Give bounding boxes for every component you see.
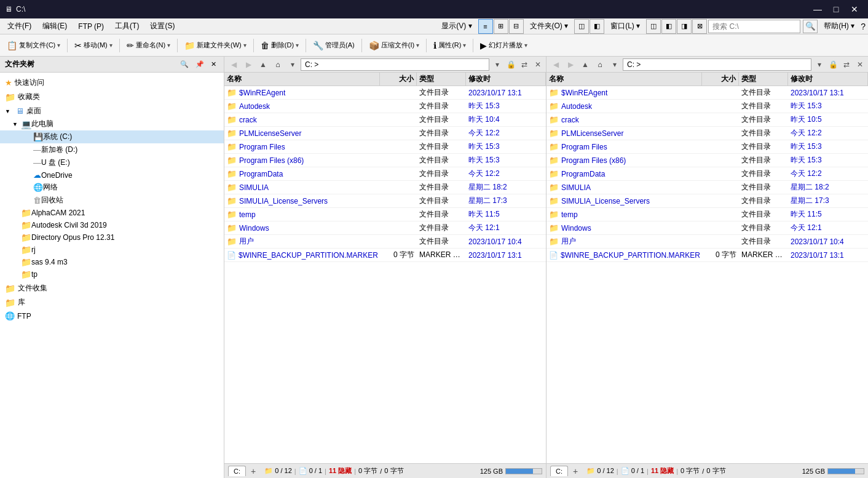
left-col-type[interactable]: 类型 [417,73,466,86]
sidebar-item-file-collection[interactable]: 📁 文件收集 [0,281,224,295]
right-col-name[interactable]: 名称 [546,73,702,86]
win-nav-1[interactable]: ◫ [646,19,661,34]
table-row[interactable]: 📁 temp 文件目录 昨天 11:5 [546,208,868,221]
right-col-size[interactable]: 大小 [702,73,739,86]
search-input[interactable] [708,20,800,33]
left-back-button[interactable]: ◀ [227,58,240,71]
close-button[interactable]: ✕ [846,1,863,18]
table-row[interactable]: 📄 $WINRE_BACKUP_PARTITION.MARKER 0 字节 MA… [546,249,868,262]
table-row[interactable]: 📁 $WinREAgent 文件目录 2023/10/17 13:1 [224,86,546,100]
minimize-button[interactable]: — [809,1,826,18]
right-col-type[interactable]: 类型 [739,73,788,86]
right-close-button[interactable]: ✕ [854,59,866,70]
sidebar-item-desktop[interactable]: ▼ 🖥 桌面 [0,103,224,118]
menu-folder[interactable]: 文件夹(O) ▾ [525,20,574,33]
table-row[interactable]: 📁 ProgramData 文件目录 今天 12:2 [224,167,546,181]
left-col-name[interactable]: 名称 [224,73,380,86]
right-path-dropdown[interactable]: ▾ [813,58,826,71]
view-icons-button[interactable]: ⊟ [509,19,524,34]
right-swap-btn[interactable]: ⇄ [840,58,853,71]
table-row[interactable]: 📁 $WinREAgent 文件目录 2023/10/17 13:1 [546,86,868,100]
table-row[interactable]: 📁 ProgramData 文件目录 今天 12:2 [546,167,868,181]
sidebar-item-c-drive[interactable]: 💾 系统 (C:) [0,130,224,143]
maximize-button[interactable]: □ [827,1,845,18]
table-row[interactable]: 📁 Windows 文件目录 今天 12:1 [546,221,868,235]
menu-ftp[interactable]: FTP (P) [73,21,109,32]
rename-button[interactable]: ✏ 重命名(N) ▾ [122,38,175,53]
right-up-button[interactable]: ▲ [578,58,592,71]
menu-window[interactable]: 窗口(L) ▾ [606,20,645,33]
menu-view[interactable]: 显示(V) ▾ [436,20,476,33]
sidebar-item-tp[interactable]: 📁 tp [0,268,224,281]
delete-button[interactable]: 🗑 删除(D) ▾ [256,38,303,53]
right-back-button[interactable]: ◀ [549,58,562,71]
right-lock-btn[interactable]: 🔒 [827,59,838,70]
view-list-button[interactable]: ⊞ [494,19,508,34]
sidebar-item-e-drive[interactable]: — U 盘 (E:) [0,156,224,169]
table-row[interactable]: 📁 crack 文件目录 昨天 10:5 [546,113,868,127]
table-row[interactable]: 📁 Program Files (x86) 文件目录 昨天 15:3 [546,154,868,167]
menu-edit[interactable]: 编辑(E) [37,20,72,33]
table-row[interactable]: 📁 Autodesk 文件目录 昨天 15:3 [224,100,546,113]
sidebar-item-d-drive[interactable]: — 新加卷 (D:) [0,143,224,156]
sidebar-item-library[interactable]: 📁 库 [0,295,224,309]
menu-tools[interactable]: 工具(T) [110,20,144,33]
copy-files-button[interactable]: 📋 复制文件(C) ▾ [2,38,65,53]
table-row[interactable]: 📁 PLMLicenseServer 文件目录 今天 12:2 [224,127,546,140]
right-add-tab[interactable]: + [570,466,580,476]
tree-search-btn[interactable]: 🔍 [178,60,191,69]
sidebar-item-sas[interactable]: 📁 sas 9.4 m3 [0,256,224,268]
sidebar-item-recycle[interactable]: 🗑 回收站 [0,194,224,207]
left-col-date[interactable]: 修改时 [466,73,546,86]
left-add-tab[interactable]: + [248,466,258,476]
left-home-button[interactable]: ⌂ [271,58,285,71]
table-row[interactable]: 📁 crack 文件目录 昨天 10:4 [224,113,546,127]
left-recent-button[interactable]: ▾ [286,58,299,71]
sidebar-item-this-pc[interactable]: ▼ 💻 此电脑 [0,118,224,130]
sidebar-item-onedrive[interactable]: ☁ OneDrive [0,169,224,181]
folder-nav-2[interactable]: ◧ [590,19,604,34]
table-row[interactable]: 📁 SIMULIA 文件目录 星期二 18:2 [546,181,868,194]
left-swap-btn[interactable]: ⇄ [518,58,531,71]
right-file-list[interactable]: 名称 大小 类型 修改时 📁 $WinREAgent 文件目录 2023/10/… [546,73,868,463]
search-button[interactable]: 🔍 [803,20,818,33]
menu-settings[interactable]: 设置(S) [145,20,180,33]
left-path-dropdown[interactable]: ▾ [491,58,504,71]
view-details-button[interactable]: ≡ [478,19,493,34]
left-path-bar[interactable]: C: > [301,58,489,71]
sidebar-item-collections[interactable]: 📁 收藏类 [0,89,224,103]
right-recent-button[interactable]: ▾ [608,58,621,71]
table-row[interactable]: 📁 SIMULIA_License_Servers 文件目录 星期二 17:3 [224,194,546,208]
right-panel-tab[interactable]: C: [550,466,568,476]
folder-nav-1[interactable]: ◫ [574,19,589,34]
win-nav-4[interactable]: ⊠ [692,19,707,34]
win-nav-3[interactable]: ◨ [677,19,692,34]
right-forward-button[interactable]: ▶ [564,58,577,71]
table-row[interactable]: 📁 Program Files 文件目录 昨天 15:3 [224,140,546,154]
table-row[interactable]: 📁 PLMLicenseServer 文件目录 今天 12:2 [546,127,868,140]
tree-pin-btn[interactable]: 📌 [193,60,207,69]
new-folder-button[interactable]: 📁 新建文件夹(W) ▾ [180,38,251,53]
help-icon-button[interactable]: ? [861,22,866,31]
table-row[interactable]: 📁 用户 文件目录 2023/10/17 10:4 [224,235,546,249]
table-row[interactable]: 📁 SIMULIA 文件目录 星期二 18:2 [224,181,546,194]
sidebar-item-network[interactable]: 🌐 网络 [0,181,224,194]
table-row[interactable]: 📁 Program Files 文件目录 昨天 15:3 [546,140,868,154]
slideshow-button[interactable]: ▶ 幻灯片播放 ▾ [476,38,532,53]
table-row[interactable]: 📁 Program Files (x86) 文件目录 昨天 15:3 [224,154,546,167]
sidebar-item-ftp[interactable]: 🌐 FTP [0,309,224,322]
menu-help[interactable]: 帮助(H) ▾ [819,20,859,33]
left-forward-button[interactable]: ▶ [242,58,255,71]
sidebar-item-alphacam[interactable]: 📁 AlphaCAM 2021 [0,207,224,219]
table-row[interactable]: 📁 SIMULIA_License_Servers 文件目录 星期二 17:3 [546,194,868,208]
tree-close-btn[interactable]: ✕ [208,60,219,69]
table-row[interactable]: 📁 temp 文件目录 昨天 11:5 [224,208,546,221]
table-row[interactable]: 📁 用户 文件目录 2023/10/17 10:4 [546,235,868,249]
right-home-button[interactable]: ⌂ [593,58,607,71]
move-button[interactable]: ✂ 移动(M) ▾ [70,38,117,53]
win-nav-2[interactable]: ◧ [661,19,676,34]
admin-button[interactable]: 🔧 管理员(A) [309,38,359,53]
table-row[interactable]: 📄 $WINRE_BACKUP_PARTITION.MARKER 0 字节 MA… [224,249,546,262]
properties-button[interactable]: ℹ 属性(R) ▾ [429,38,470,53]
sidebar-item-autodesk[interactable]: 📁 Autodesk Civil 3d 2019 [0,219,224,231]
